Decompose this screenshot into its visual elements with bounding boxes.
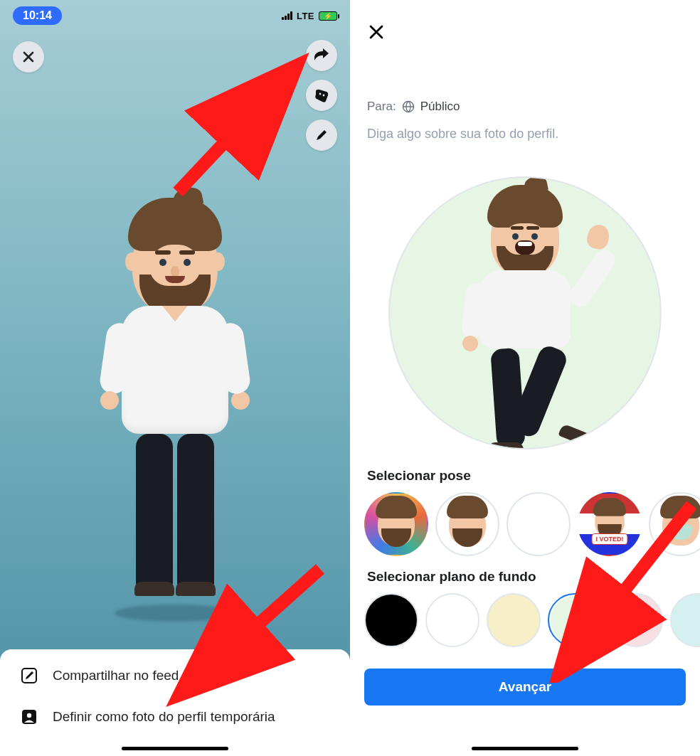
share-to-feed-label: Compartilhar no feed	[53, 668, 179, 683]
edit-button[interactable]	[306, 119, 337, 151]
background-section-title: Selecionar plano de fundo	[367, 569, 536, 585]
home-indicator[interactable]	[122, 747, 228, 750]
close-icon	[367, 23, 386, 41]
share-options-sheet: Compartilhar no feed Definir como foto d…	[0, 649, 350, 756]
next-button-label: Avançar	[499, 679, 551, 695]
bg-option-black[interactable]	[364, 593, 418, 647]
audience-label: Para:	[367, 100, 396, 114]
pose-option-fullbody-wave[interactable]	[507, 492, 571, 556]
bg-option-mint[interactable]	[548, 593, 602, 647]
avatar-wave-pose	[447, 198, 603, 449]
battery-icon: ⚡	[319, 11, 337, 21]
close-icon	[21, 50, 36, 64]
svg-point-4	[27, 713, 31, 718]
pencil-icon	[314, 128, 329, 142]
avatar-shadow	[115, 605, 235, 622]
close-button[interactable]	[13, 41, 44, 73]
voted-badge: I VOTED!	[591, 533, 627, 545]
network-label: LTE	[297, 11, 314, 21]
caption-input[interactable]: Diga algo sobre sua foto do perfil.	[367, 127, 558, 142]
audience-value: Público	[420, 100, 460, 114]
status-bar: 10:14 LTE ⚡	[0, 0, 350, 31]
pose-section-title: Selecionar pose	[367, 468, 471, 484]
bg-option-cream[interactable]	[487, 593, 541, 647]
globe-icon	[402, 100, 415, 113]
pose-option-i-voted[interactable]: I VOTED!	[578, 492, 642, 556]
stickers-icon	[314, 87, 329, 103]
compose-icon	[20, 666, 38, 685]
audience-row[interactable]: Para: Público	[367, 100, 460, 114]
avatar-preview	[104, 213, 246, 590]
svg-point-0	[319, 93, 322, 95]
svg-point-1	[323, 95, 325, 97]
stickers-button[interactable]	[306, 80, 337, 111]
signal-icon	[282, 11, 292, 20]
bg-option-blush[interactable]	[609, 593, 663, 647]
pose-option-headshot-colorful[interactable]	[364, 492, 428, 556]
set-temp-profile-label: Definir como foto do perfil temporária	[53, 709, 275, 725]
pose-option-mask-face[interactable]	[649, 492, 700, 556]
set-temp-profile-option[interactable]: Definir como foto do perfil temporária	[0, 696, 350, 738]
home-indicator[interactable]	[472, 747, 578, 750]
share-button[interactable]	[306, 40, 337, 71]
background-options[interactable]	[364, 593, 700, 647]
bg-option-white[interactable]	[425, 593, 479, 647]
bg-option-aqua[interactable]	[670, 593, 700, 647]
share-to-feed-option[interactable]: Compartilhar no feed	[0, 655, 350, 696]
pose-option-headshot-white[interactable]	[435, 492, 499, 556]
profile-frame-icon	[20, 708, 38, 726]
share-icon	[313, 48, 330, 63]
close-button[interactable]	[367, 23, 386, 44]
next-button[interactable]: Avançar	[364, 669, 686, 706]
profile-photo-preview	[388, 176, 662, 449]
status-time: 10:14	[13, 6, 62, 25]
pose-options[interactable]: I VOTED!	[364, 492, 700, 556]
